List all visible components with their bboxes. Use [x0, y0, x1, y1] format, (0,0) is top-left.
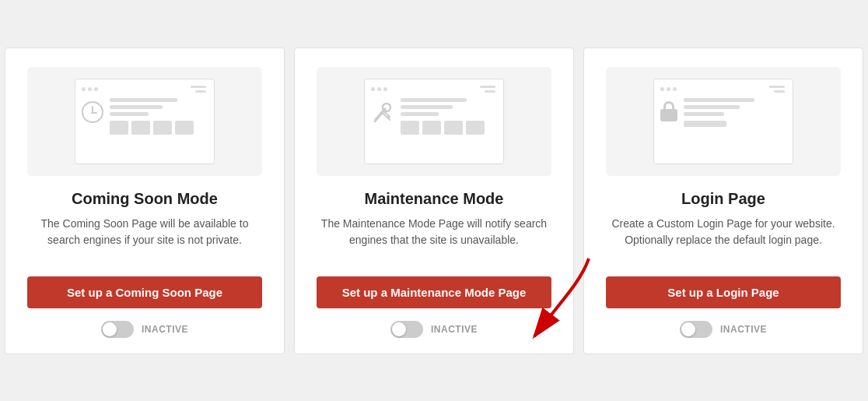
text-line: [110, 105, 163, 109]
text-line: [684, 105, 740, 109]
menu-line: [195, 90, 206, 93]
coming-soon-title: Coming Soon Mode: [72, 190, 218, 208]
menu-line: [769, 86, 785, 88]
maintenance-button[interactable]: Set up a Maintenance Mode Page: [317, 276, 551, 308]
block: [401, 121, 419, 135]
block: [684, 121, 726, 127]
block: [175, 121, 194, 135]
mockup-icon: [82, 98, 103, 157]
login-card: Login Page Create a Custom Login Page fo…: [583, 47, 863, 354]
toggle-thumb: [103, 322, 117, 336]
coming-soon-description: The Coming Soon Page will be available t…: [27, 216, 262, 262]
dot: [371, 87, 375, 91]
tools-icon: [371, 101, 394, 125]
text-line: [684, 112, 724, 116]
mockup-login: [653, 79, 793, 164]
block: [131, 121, 150, 135]
block: [444, 121, 463, 135]
dot: [673, 87, 677, 91]
block: [110, 121, 128, 135]
text-line: [110, 98, 177, 102]
menu-line: [774, 90, 785, 93]
mockup-content: [401, 98, 495, 157]
mockup-coming-soon: [75, 79, 215, 164]
toggle-thumb: [392, 322, 406, 336]
menu-line: [485, 90, 495, 93]
coming-soon-toggle-row: INACTIVE: [101, 321, 188, 338]
text-line: [110, 112, 149, 116]
lock-icon: [660, 101, 677, 121]
coming-soon-toggle[interactable]: [101, 321, 134, 338]
mockup-icon: [660, 98, 677, 157]
block: [466, 121, 485, 135]
dot: [377, 87, 381, 91]
dot: [383, 87, 387, 91]
coming-soon-card: Coming Soon Mode The Coming Soon Page wi…: [5, 47, 285, 354]
text-line: [401, 112, 439, 116]
login-preview: [606, 67, 841, 176]
mockup-blocks: [110, 121, 206, 135]
login-button[interactable]: Set up a Login Page: [606, 276, 841, 308]
mockup-maintenance: [364, 79, 504, 164]
coming-soon-status: INACTIVE: [142, 324, 188, 335]
maintenance-title: Maintenance Mode: [365, 190, 504, 208]
mockup-content: [110, 98, 206, 157]
login-description: Create a Custom Login Page for your webs…: [606, 216, 841, 262]
block: [422, 121, 441, 135]
menu-line: [191, 86, 206, 88]
text-line: [401, 98, 467, 102]
block: [153, 121, 172, 135]
maintenance-toggle-row: INACTIVE: [390, 321, 478, 338]
login-status: INACTIVE: [720, 324, 767, 335]
clock-icon: [82, 101, 103, 123]
maintenance-preview: [317, 67, 551, 176]
dot: [94, 87, 98, 91]
maintenance-toggle[interactable]: [390, 321, 423, 338]
text-line: [684, 98, 754, 102]
menu-line: [480, 86, 495, 88]
maintenance-card: Maintenance Mode The Maintenance Mode Pa…: [294, 47, 574, 354]
dot: [82, 87, 86, 91]
maintenance-description: The Maintenance Mode Page will notify se…: [317, 216, 551, 262]
coming-soon-preview: [27, 67, 262, 176]
dot: [667, 87, 670, 91]
mockup-icon: [371, 98, 394, 157]
dot: [88, 87, 92, 91]
toggle-thumb: [681, 322, 695, 336]
login-title: Login Page: [681, 190, 765, 208]
maintenance-status: INACTIVE: [431, 324, 478, 335]
login-toggle-row: INACTIVE: [680, 321, 767, 338]
text-line: [401, 105, 453, 109]
lock-body: [660, 109, 677, 121]
cards-wrapper: Coming Soon Mode The Coming Soon Page wi…: [0, 47, 868, 354]
coming-soon-button[interactable]: Set up a Coming Soon Page: [27, 276, 262, 308]
mockup-blocks: [401, 121, 495, 135]
dot: [660, 87, 664, 91]
lock-shackle: [663, 101, 674, 109]
login-toggle[interactable]: [680, 321, 712, 338]
mockup-content: [684, 98, 785, 157]
mockup-blocks: [684, 121, 785, 127]
